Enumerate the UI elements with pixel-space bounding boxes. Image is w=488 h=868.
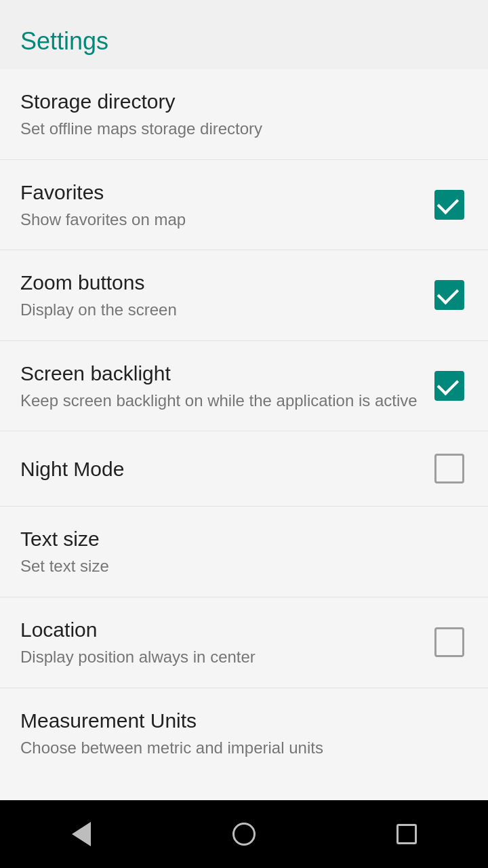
- setting-subtitle-storage-directory: Set offline maps storage directory: [20, 117, 454, 140]
- night-mode-checkbox[interactable]: [431, 450, 468, 487]
- nav-home-button[interactable]: [217, 807, 271, 861]
- nav-recent-button[interactable]: [380, 807, 434, 861]
- setting-subtitle-zoom-buttons: Display on the screen: [20, 298, 418, 321]
- setting-title-favorites: Favorites: [20, 179, 418, 205]
- setting-title-night-mode: Night Mode: [20, 456, 418, 482]
- setting-title-zoom-buttons: Zoom buttons: [20, 269, 418, 296]
- night-mode-checkbox-unchecked: [434, 454, 464, 484]
- setting-item-storage-directory[interactable]: Storage directory Set offline maps stora…: [0, 69, 488, 160]
- page-title: Settings: [0, 0, 488, 69]
- setting-subtitle-measurement-units: Choose between metric and imperial units: [20, 736, 454, 760]
- screen-backlight-checkbox-checked: [434, 371, 464, 401]
- setting-title-storage-directory: Storage directory: [20, 88, 454, 115]
- recent-icon: [396, 824, 417, 844]
- setting-item-measurement-units[interactable]: Measurement Units Choose between metric …: [0, 688, 488, 778]
- setting-item-zoom-buttons[interactable]: Zoom buttons Display on the screen: [0, 250, 488, 341]
- nav-bar: [0, 800, 488, 868]
- setting-subtitle-screen-backlight: Keep screen backlight on while the appli…: [20, 389, 418, 412]
- setting-item-favorites[interactable]: Favorites Show favorites on map: [0, 160, 488, 251]
- setting-subtitle-text-size: Set text size: [20, 555, 454, 578]
- location-checkbox-unchecked: [434, 627, 464, 657]
- screen-backlight-checkbox[interactable]: [431, 368, 468, 404]
- setting-item-screen-backlight[interactable]: Screen backlight Keep screen backlight o…: [0, 341, 488, 432]
- back-icon: [72, 822, 91, 846]
- zoom-buttons-checkbox[interactable]: [431, 277, 468, 313]
- setting-title-measurement-units: Measurement Units: [20, 707, 454, 734]
- setting-subtitle-favorites: Show favorites on map: [20, 208, 418, 231]
- favorites-checkbox-checked: [434, 190, 464, 220]
- settings-list: Storage directory Set offline maps stora…: [0, 69, 488, 800]
- setting-title-screen-backlight: Screen backlight: [20, 360, 418, 387]
- setting-item-text-size[interactable]: Text size Set text size: [0, 507, 488, 597]
- setting-subtitle-location: Display position always in center: [20, 646, 418, 669]
- location-checkbox[interactable]: [431, 624, 468, 660]
- setting-title-location: Location: [20, 616, 418, 643]
- favorites-checkbox[interactable]: [431, 186, 468, 223]
- setting-item-location[interactable]: Location Display position always in cent…: [0, 597, 488, 688]
- setting-item-night-mode[interactable]: Night Mode: [0, 431, 488, 507]
- home-icon: [232, 823, 256, 846]
- setting-title-text-size: Text size: [20, 526, 454, 552]
- nav-back-button[interactable]: [54, 807, 108, 861]
- zoom-buttons-checkbox-checked: [434, 280, 464, 310]
